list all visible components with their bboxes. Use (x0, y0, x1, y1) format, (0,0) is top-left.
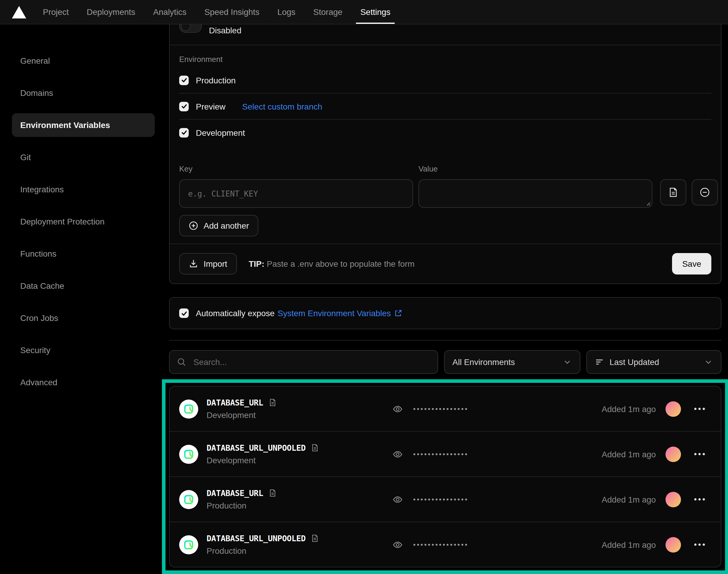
avatar (666, 446, 681, 462)
sidebar-item-security[interactable]: Security (12, 338, 155, 362)
vercel-triangle-icon[interactable] (12, 6, 26, 18)
avatar (666, 401, 681, 416)
sidebar-item-integrations[interactable]: Integrations (12, 177, 155, 201)
row-menu-button[interactable]: ••• (694, 450, 706, 458)
note-icon[interactable] (268, 489, 277, 497)
row-menu-button[interactable]: ••• (694, 495, 706, 504)
sidebar-item-functions[interactable]: Functions (12, 242, 155, 265)
avatar (666, 492, 681, 507)
note-icon[interactable] (311, 444, 319, 452)
row-menu-button[interactable]: ••• (694, 540, 706, 549)
document-icon (668, 187, 679, 198)
expose-checkbox[interactable] (179, 309, 189, 318)
env-var-name: DATABASE_URL_UNPOOLED (207, 534, 306, 543)
paste-file-button[interactable] (660, 179, 686, 205)
select-custom-branch-link[interactable]: Select custom branch (242, 101, 322, 111)
key-label: Key (179, 163, 413, 174)
import-tip: TIP:Paste a .env above to populate the f… (249, 259, 414, 269)
masked-value: ••••••••••••••• (413, 495, 468, 503)
search-input[interactable] (192, 357, 430, 367)
env-var-form-panel: Disabled Environment Production Preview … (169, 25, 722, 284)
nav-item-storage[interactable]: Storage (313, 0, 343, 24)
environment-checkbox[interactable] (179, 101, 189, 111)
env-var-info: DATABASE_URL_UNPOOLED Development (207, 443, 385, 465)
env-var-row[interactable]: DATABASE_URL_UNPOOLED Development ••••••… (170, 431, 721, 476)
add-another-row: Add another (170, 208, 721, 244)
search-box[interactable] (169, 350, 438, 374)
value-label: Value (419, 163, 652, 174)
env-var-row[interactable]: DATABASE_URL Production ••••••••••••••• … (170, 476, 721, 522)
sidebar-item-general[interactable]: General (12, 49, 155, 73)
sort-value: Last Updated (609, 357, 659, 367)
env-var-list-panel: DATABASE_URL Development •••••••••••••••… (169, 386, 722, 568)
masked-value: ••••••••••••••• (413, 405, 468, 413)
nav-item-deployments[interactable]: Deployments (87, 0, 135, 24)
highlight-annotation: DATABASE_URL Development •••••••••••••••… (162, 379, 728, 574)
env-var-environment: Development (207, 455, 385, 465)
sidebar-item-deployment-protection[interactable]: Deployment Protection (12, 210, 155, 234)
main-content: Disabled Environment Production Preview … (169, 25, 722, 574)
search-icon (177, 357, 186, 367)
resize-grip-icon[interactable] (645, 200, 651, 206)
env-var-meta: Added 1m ago ••• (602, 446, 706, 462)
nav-item-label: Project (43, 7, 69, 17)
sidebar-item-domains[interactable]: Domains (12, 81, 155, 105)
nav-item-analytics[interactable]: Analytics (153, 0, 186, 24)
save-button[interactable]: Save (672, 253, 711, 275)
row-menu-button[interactable]: ••• (694, 404, 706, 413)
key-value-section: Key Value (170, 149, 721, 208)
env-var-info: DATABASE_URL_UNPOOLED Production (207, 534, 385, 556)
system-env-vars-link[interactable]: System Environment Variables (278, 309, 402, 318)
key-input[interactable] (179, 179, 413, 208)
environment-checkbox[interactable] (179, 128, 189, 137)
nav-item-project[interactable]: Project (43, 0, 69, 24)
note-icon[interactable] (268, 398, 277, 407)
disabled-toggle[interactable] (179, 25, 202, 33)
check-icon (181, 77, 187, 83)
env-var-meta: Added 1m ago ••• (602, 492, 706, 507)
eye-icon[interactable] (392, 403, 403, 414)
env-var-name: DATABASE_URL (207, 488, 263, 498)
add-another-button[interactable]: Add another (179, 215, 259, 236)
eye-icon[interactable] (392, 539, 403, 550)
env-var-environment: Production (207, 546, 385, 556)
nav-item-settings[interactable]: Settings (360, 0, 390, 24)
value-input[interactable] (419, 179, 652, 208)
value-field: Value (419, 163, 652, 208)
sidebar-item-git[interactable]: Git (12, 145, 155, 169)
remove-row-button[interactable] (692, 179, 718, 205)
nav-item-logs[interactable]: Logs (277, 0, 296, 24)
sidebar-item-advanced[interactable]: Advanced (12, 370, 155, 394)
env-var-info: DATABASE_URL Production (207, 488, 385, 510)
environment-filter-value: All Environments (453, 357, 515, 367)
env-var-row[interactable]: DATABASE_URL_UNPOOLED Production •••••••… (170, 522, 721, 567)
environment-checkbox-list: Production Preview Select custom branch … (179, 67, 711, 145)
neon-integration-icon (179, 399, 198, 418)
eye-icon[interactable] (392, 449, 403, 459)
sidebar-item-cron-jobs[interactable]: Cron Jobs (12, 306, 155, 330)
environment-section: Environment Production Preview Select cu… (170, 45, 721, 149)
chevron-down-icon (703, 357, 713, 367)
toggle-knob (181, 25, 190, 31)
environment-checkbox-row: Development (179, 119, 711, 145)
plus-circle-icon (189, 221, 198, 231)
note-icon[interactable] (311, 534, 319, 542)
environment-checkbox-row: Preview Select custom branch (179, 93, 711, 119)
tip-text: Paste a .env above to populate the form (267, 259, 415, 269)
minus-circle-icon (699, 187, 710, 198)
system-env-panel: Automatically expose System Environment … (169, 297, 722, 329)
eye-icon[interactable] (392, 494, 403, 505)
env-var-row[interactable]: DATABASE_URL Development •••••••••••••••… (170, 386, 721, 431)
sort-dropdown[interactable]: Last Updated (586, 350, 722, 374)
sidebar-item-data-cache[interactable]: Data Cache (12, 274, 155, 298)
environment-filter-dropdown[interactable]: All Environments (444, 350, 581, 374)
settings-sidebar: GeneralDomainsEnvironment VariablesGitIn… (0, 25, 169, 574)
environment-checkbox-label: Development (196, 128, 245, 137)
import-label: Import (204, 259, 227, 269)
filter-bar: All Environments Last Updated (169, 350, 722, 374)
import-download-icon (189, 259, 198, 269)
environment-checkbox[interactable] (179, 75, 189, 85)
sidebar-item-environment-variables[interactable]: Environment Variables (12, 113, 155, 137)
nav-item-speed-insights[interactable]: Speed Insights (205, 0, 260, 24)
import-button[interactable]: Import (179, 253, 237, 275)
